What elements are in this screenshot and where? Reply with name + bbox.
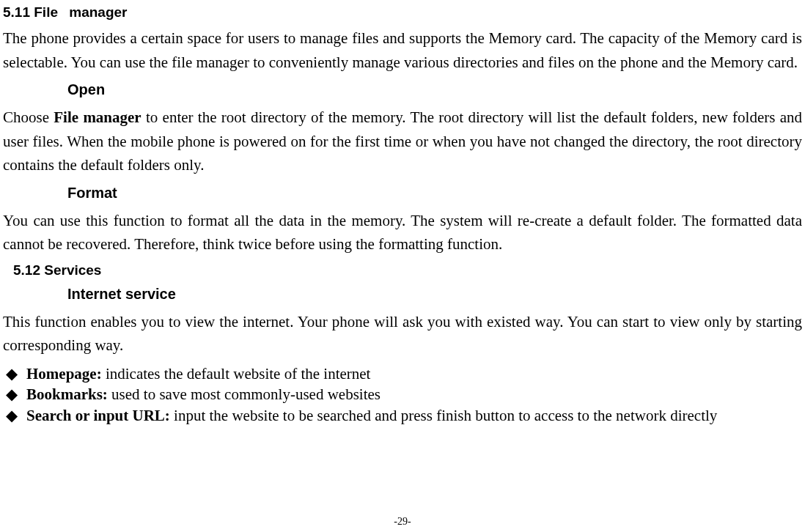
format-body: You can use this function to format all … xyxy=(3,209,802,256)
open-body-bold: File manager xyxy=(54,108,141,126)
bullet-bookmarks: ◆Bookmarks: used to save most commonly-u… xyxy=(6,384,802,404)
file-manager-intro: The phone provides a certain space for u… xyxy=(3,26,802,74)
diamond-bullet-icon: ◆ xyxy=(6,363,26,384)
document-page: 5.11 File manager The phone provides a c… xyxy=(0,0,805,532)
bullet-homepage-term: Homepage: xyxy=(26,365,102,383)
section-5-12-heading: 5.12 Services xyxy=(13,262,802,278)
page-number: -29- xyxy=(0,516,805,528)
bullet-search-url-desc: input the website to be searched and pre… xyxy=(170,407,717,424)
bullet-search-url-term: Search or input URL: xyxy=(26,407,170,424)
diamond-bullet-icon: ◆ xyxy=(6,405,26,426)
section-5-11-heading: 5.11 File manager xyxy=(3,4,802,21)
internet-service-body: This function enables you to view the in… xyxy=(3,310,802,358)
open-body-prefix: Choose xyxy=(3,108,54,126)
open-body: Choose File manager to enter the root di… xyxy=(3,106,802,177)
section-5-11-number: 5.11 File xyxy=(3,4,58,20)
diamond-bullet-icon: ◆ xyxy=(6,384,26,404)
internet-service-heading: Internet service xyxy=(67,286,802,303)
bullet-homepage-desc: indicates the default website of the int… xyxy=(102,365,371,383)
format-heading: Format xyxy=(67,185,802,202)
bullet-bookmarks-desc: used to save most commonly-used websites xyxy=(108,385,381,403)
internet-service-bullets: ◆Homepage: indicates the default website… xyxy=(3,363,802,426)
bullet-bookmarks-term: Bookmarks: xyxy=(26,385,108,403)
section-5-11-title: manager xyxy=(69,4,127,20)
bullet-search-url: ◆Search or input URL: input the website … xyxy=(6,405,802,426)
bullet-homepage: ◆Homepage: indicates the default website… xyxy=(6,363,802,384)
open-heading: Open xyxy=(67,81,802,98)
